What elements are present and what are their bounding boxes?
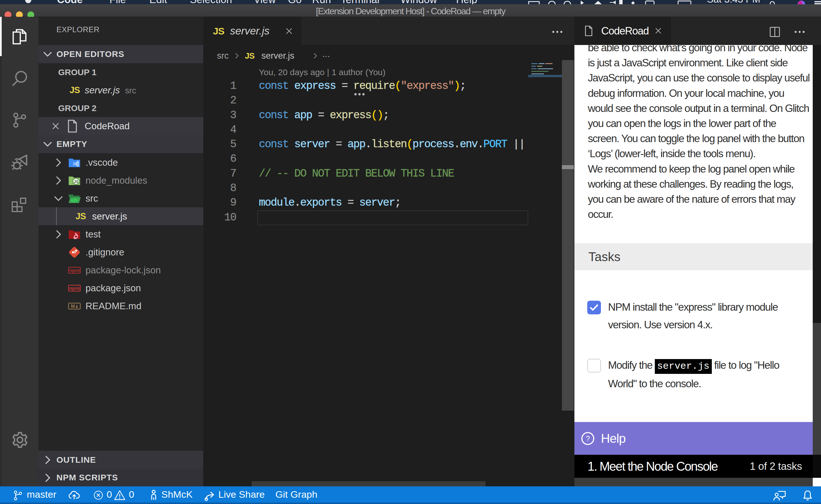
svg-text:?: ? bbox=[585, 435, 590, 443]
svg-text:npm: npm bbox=[69, 267, 80, 273]
svg-text:npm: npm bbox=[69, 285, 80, 291]
svg-text:M: M bbox=[71, 304, 75, 309]
svg-text:JS: JS bbox=[73, 179, 78, 184]
